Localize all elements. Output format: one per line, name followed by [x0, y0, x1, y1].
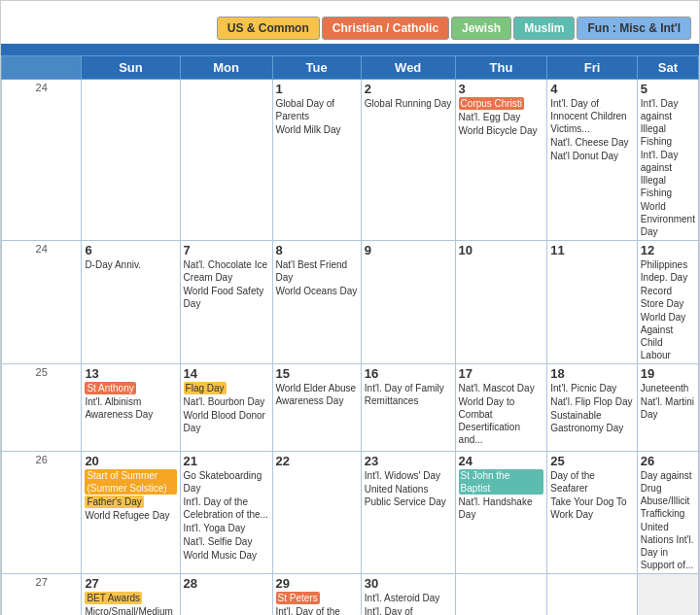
table-row: 7Nat'l. Chocolate Ice Cream DayWorld Foo… [180, 241, 272, 364]
day-number: 26 [641, 454, 695, 468]
day-event: World Day to Combat Desertification and.… [459, 395, 544, 446]
day-number: 17 [459, 366, 544, 381]
day-number: 4 [550, 82, 634, 96]
day-number: 2 [365, 82, 452, 96]
day-event: Int'l. Widows' Day [365, 469, 452, 482]
table-row: 20Start of Summer (Summer Solstice)Fathe… [82, 452, 180, 574]
day-number: 27 [85, 576, 176, 591]
day-event: World Refugee Day [85, 509, 176, 522]
day-number: 9 [365, 243, 452, 257]
day-event: World Bicycle Day [459, 124, 544, 137]
day-event: Int'l. Day of the Celebration of the... [184, 495, 269, 521]
day-event: Sustainable Gastronomy Day [550, 409, 634, 434]
table-row: 25Day of the SeafarerTake Your Dog To Wo… [547, 452, 638, 574]
day-event: Nat'l. Cheese Day [550, 136, 634, 149]
table-row [455, 574, 547, 616]
table-row: 29St PetersInt'l. Day of the TropicsNat'… [272, 574, 361, 616]
day-number: 28 [184, 576, 269, 591]
table-row: 15World Elder Abuse Awareness Day [272, 364, 361, 452]
week-number: 24 [2, 80, 82, 241]
day-event: D-Day Anniv. [85, 258, 176, 271]
day-event: Take Your Dog To Work Day [550, 495, 634, 521]
day-event: Global Running Day [365, 97, 452, 110]
header-thu: Thu [455, 56, 547, 80]
day-event: World Elder Abuse Awareness Day [276, 382, 358, 407]
table-row [82, 80, 180, 241]
day-event: Record Store Day [641, 285, 695, 310]
table-row [637, 574, 698, 616]
day-event: St Peters [276, 592, 358, 604]
week-num-header [2, 56, 82, 80]
table-row [180, 80, 272, 241]
calendar-table: Sun Mon Tue Wed Thu Fri Sat 241Global Da… [1, 55, 699, 615]
table-row: 21Go Skateboarding DayInt'l. Day of the … [180, 452, 272, 574]
day-event: Int'l. Asteroid Day [365, 592, 452, 604]
header-mon: Mon [180, 56, 272, 80]
top-bar: US & CommonChristian / CatholicJewishMus… [1, 13, 699, 44]
table-row: 8Nat'l Best Friend DayWorld Oceans Day [272, 241, 361, 364]
day-event: BET Awards [85, 592, 176, 604]
day-event: Int'l. Day of the Tropics [276, 605, 358, 615]
table-row: 11 [547, 241, 638, 364]
day-event-extra: Nat'l. Bourbon Day [184, 395, 269, 408]
day-number: 23 [365, 454, 452, 468]
day-number: 8 [276, 243, 358, 257]
day-event: Int'l. Day of Family Remittances [365, 382, 452, 407]
day-number: 11 [550, 243, 634, 257]
tab-jewish[interactable]: Jewish [451, 17, 511, 40]
nav-bar [1, 44, 699, 55]
day-event: Start of Summer (Summer Solstice) [85, 469, 176, 495]
table-row: 19JuneteenthNat'l. Martini Day [637, 364, 698, 452]
week-row: 2620Start of Summer (Summer Solstice)Fat… [2, 452, 699, 574]
header-wed: Wed [361, 56, 455, 80]
table-row: 22 [272, 452, 361, 574]
table-row: 6D-Day Anniv. [82, 241, 180, 364]
day-number: 1 [276, 82, 358, 96]
day-event: World Music Day [184, 549, 269, 562]
table-row: 26Day against Drug Abuse/Illicit Traffic… [637, 452, 698, 574]
day-event: Day of the Seafarer [550, 469, 634, 495]
day-number: 20 [85, 454, 176, 468]
day-number: 30 [365, 576, 452, 591]
day-event: Nat'l. Selfie Day [184, 535, 269, 548]
day-number: 22 [276, 454, 358, 468]
day-number: 21 [184, 454, 269, 468]
day-event: Int'l. Day of Parliamentarism [365, 605, 452, 615]
day-event: Father's Day [85, 495, 176, 508]
table-row: 13St AnthonyInt'l. Albinism Awareness Da… [82, 364, 180, 452]
day-number: 10 [459, 243, 544, 257]
tab-muslim[interactable]: Muslim [513, 17, 575, 40]
day-event: World Milk Day [276, 123, 358, 136]
tab-fun---misc---int-l[interactable]: Fun : Misc & Int'l [577, 17, 691, 40]
day-number: 15 [276, 366, 358, 381]
table-row: 5Int'l. Day against Illegal FishingInt'l… [637, 80, 698, 241]
tab-group: US & CommonChristian / CatholicJewishMus… [217, 17, 691, 40]
day-event: Nat'l. Egg Day [459, 111, 544, 123]
day-event: Nat'l. Chocolate Ice Cream Day [184, 258, 269, 284]
week-row: 2513St AnthonyInt'l. Albinism Awareness … [2, 364, 699, 452]
header-fri: Fri [547, 56, 638, 80]
day-number: 18 [550, 366, 634, 381]
day-event: Micro/Small/Medium sized Enterprises Day [85, 605, 176, 615]
day-event: World Environment Day [641, 200, 695, 238]
day-number: 25 [550, 454, 634, 468]
day-number: 3 [459, 82, 544, 96]
table-row: 18Int'l. Picnic DayNat'l. Flip Flop DayS… [547, 364, 638, 452]
table-row: 2Global Running Day [361, 80, 455, 241]
week-row: 246D-Day Anniv.7Nat'l. Chocolate Ice Cre… [2, 241, 699, 364]
day-number: 12 [641, 243, 695, 257]
tab-christian---catholic[interactable]: Christian / Catholic [322, 17, 449, 40]
table-row: 24St John the BaptistNat'l. Handshake Da… [455, 452, 547, 574]
day-number: 5 [641, 82, 695, 96]
tab-us---common[interactable]: US & Common [217, 17, 320, 40]
page-title [1, 1, 699, 13]
day-event: Int'l. Picnic Day [550, 382, 634, 394]
header-sun: Sun [82, 56, 180, 80]
day-number: 24 [459, 454, 544, 468]
table-row: 1Global Day of ParentsWorld Milk Day [272, 80, 361, 241]
day-event: Philippines Indep. Day [641, 258, 695, 284]
week-row: 2727BET AwardsMicro/Small/Medium sized E… [2, 574, 699, 616]
table-row: 4Int'l. Day of Innocent Children Victims… [547, 80, 638, 241]
day-event: United Nations Int'l. Day in Support of.… [641, 521, 695, 571]
week-number: 27 [2, 574, 82, 616]
